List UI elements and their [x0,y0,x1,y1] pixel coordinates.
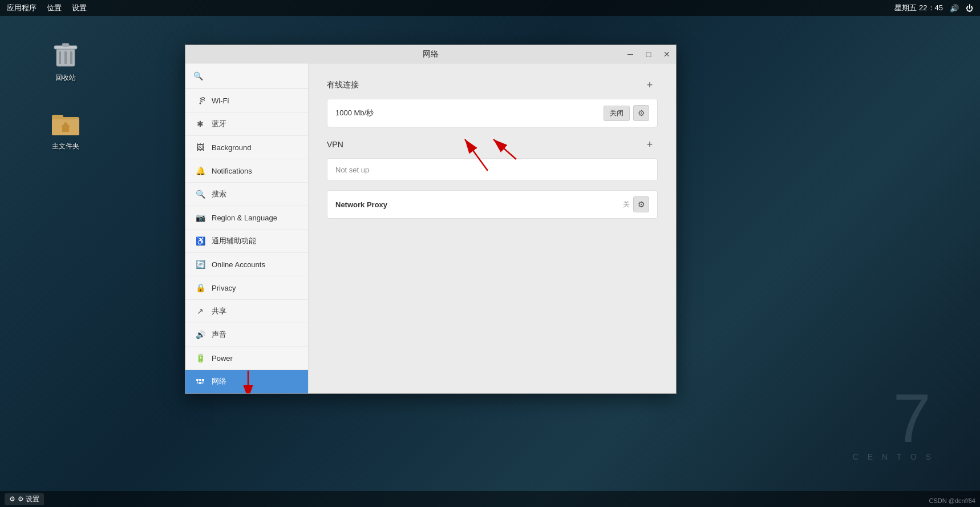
maximize-button[interactable]: □ [639,45,658,63]
window-titlebar: 网络 ─ □ ✕ [185,45,676,63]
settings-window: 网络 ─ □ ✕ 🔍 [185,45,677,394]
recycle-bin-icon [51,40,80,70]
sidebar-item-online-accounts-label: Online Accounts [212,260,265,269]
wired-gear-icon: ⚙ [638,108,645,118]
wired-section-title: 有线连接 [327,80,359,90]
sidebar-item-bluetooth[interactable]: ✱ 蓝牙 [185,112,308,136]
folder-label: 主文件夹 [52,142,79,151]
centos-number: 7 [853,384,934,452]
sidebar-item-sharing[interactable]: ↗ 共享 [185,300,308,323]
sidebar-item-search[interactable]: 🔍 搜索 [185,183,308,206]
wired-card-row: 1000 Mb/秒 关闭 ⚙ [335,105,649,121]
svg-rect-5 [62,43,69,46]
position-menu[interactable]: 位置 [47,3,62,13]
taskbar-bottom: ⚙ ⚙ 设置 CSDN @dcnf/64 [0,491,980,507]
wired-gear-button[interactable]: ⚙ [633,105,649,121]
sidebar-item-privacy[interactable]: 🔒 Privacy [185,276,308,300]
sidebar-item-sound[interactable]: 🔊 声音 [185,323,308,347]
proxy-card-row: Network Proxy 关 ⚙ [335,196,649,212]
sidebar-item-region-label: Region & Language [212,214,277,222]
svg-rect-2 [64,51,67,64]
svg-rect-7 [52,115,63,119]
csdn-watermark: CSDN @dcnf/64 [929,497,975,504]
power-icon[interactable]: ⏻ [966,4,973,13]
wired-add-button[interactable]: + [642,77,658,93]
privacy-icon: 🔒 [195,282,206,293]
sidebar-item-wifi-label: Wi-Fi [212,96,229,105]
background-icon: 🖼 [195,142,206,153]
close-button[interactable]: ✕ [658,45,676,63]
proxy-status: 关 [623,200,630,210]
proxy-card: Network Proxy 关 ⚙ [327,190,658,219]
taskbar-gear-icon: ⚙ [9,495,15,503]
sidebar-item-notifications[interactable]: 🔔 Notifications [185,159,308,183]
wired-card-actions: 关闭 ⚙ [604,105,649,121]
sharing-icon: ↗ [195,305,206,317]
svg-point-10 [200,103,201,104]
svg-rect-3 [70,51,72,64]
vpn-section-title: VPN [327,140,343,149]
svg-rect-1 [59,51,61,64]
sidebar-item-bluetooth-label: 蓝牙 [212,119,226,129]
taskbar-settings-item[interactable]: ⚙ ⚙ 设置 [5,493,44,505]
window-body: 🔍 Wi-Fi ✱ 蓝牙 [185,63,676,393]
sidebar-item-network-label: 网络 [212,376,226,387]
svg-rect-13 [202,379,204,381]
sidebar-item-power-label: Power [212,354,233,363]
settings-menu[interactable]: 设置 [72,3,87,13]
sidebar-item-power[interactable]: 🔋 Power [185,347,308,370]
sidebar-item-background-label: Background [212,143,251,152]
centos-text: C E N T O S [853,452,934,461]
sidebar-item-search-label: 搜索 [212,189,226,199]
vpn-card: Not set up [327,158,658,181]
svg-rect-11 [196,379,199,381]
online-accounts-icon: 🔄 [195,259,206,270]
bluetooth-icon: ✱ [195,118,206,130]
window-title: 网络 [423,49,439,59]
wired-toggle-button[interactable]: 关闭 [604,106,630,121]
recycle-bin-label: 回收站 [55,73,76,83]
sidebar-item-background[interactable]: 🖼 Background [185,136,308,159]
wifi-icon [195,95,206,106]
sidebar-search-icon: 🔍 [190,68,206,84]
sidebar-search-input[interactable] [206,72,303,81]
folder-icon-img [51,108,80,138]
wired-section-header: 有线连接 + [327,77,658,93]
window-controls: ─ □ ✕ [621,45,676,63]
taskbar-top-right: 星期五 22：45 🔊 ⏻ [894,3,973,13]
sidebar-item-notifications-label: Notifications [212,167,252,175]
sidebar-item-wifi[interactable]: Wi-Fi [185,89,308,112]
power-sidebar-icon: 🔋 [195,352,206,364]
network-icon [195,376,206,387]
centos-watermark: 7 C E N T O S [853,384,934,461]
accessibility-icon: ♿ [195,235,206,247]
sidebar-item-accessibility-label: 通用辅助功能 [212,236,256,246]
vpn-section-header: VPN + [327,136,658,152]
main-content: 有线连接 + 1000 Mb/秒 关闭 ⚙ [309,63,676,393]
sidebar-item-privacy-label: Privacy [212,284,236,292]
taskbar-settings-label: ⚙ 设置 [18,494,39,504]
sidebar-item-region[interactable]: 📷 Region & Language [185,206,308,230]
volume-icon[interactable]: 🔊 [950,4,959,13]
wired-card: 1000 Mb/秒 关闭 ⚙ [327,99,658,127]
sidebar-item-accessibility[interactable]: ♿ 通用辅助功能 [185,230,308,253]
minimize-button[interactable]: ─ [621,45,639,63]
desktop-icon-folder[interactable]: 主文件夹 [43,108,88,151]
vpn-add-button[interactable]: + [642,136,658,152]
apps-menu[interactable]: 应用程序 [7,3,37,13]
region-icon: 📷 [195,212,206,223]
vpn-empty-text: Not set up [335,166,369,174]
proxy-gear-icon: ⚙ [638,200,645,209]
search-sidebar-icon: 🔍 [195,188,206,200]
sidebar-item-online-accounts[interactable]: 🔄 Online Accounts [185,253,308,276]
sidebar-item-network[interactable]: 网络 [185,370,308,393]
sidebar-item-sharing-label: 共享 [212,306,226,316]
taskbar-top: 应用程序 位置 设置 星期五 22：45 🔊 ⏻ [0,0,980,16]
proxy-gear-button[interactable]: ⚙ [633,196,649,212]
sidebar-search-bar: 🔍 [185,63,308,89]
desktop-icon-recycle-bin[interactable]: 回收站 [43,40,88,83]
taskbar-top-left: 应用程序 位置 设置 [7,3,87,13]
desktop: 应用程序 位置 设置 星期五 22：45 🔊 ⏻ 回收站 [0,0,980,507]
sound-icon: 🔊 [195,329,206,340]
notifications-icon: 🔔 [195,165,206,176]
